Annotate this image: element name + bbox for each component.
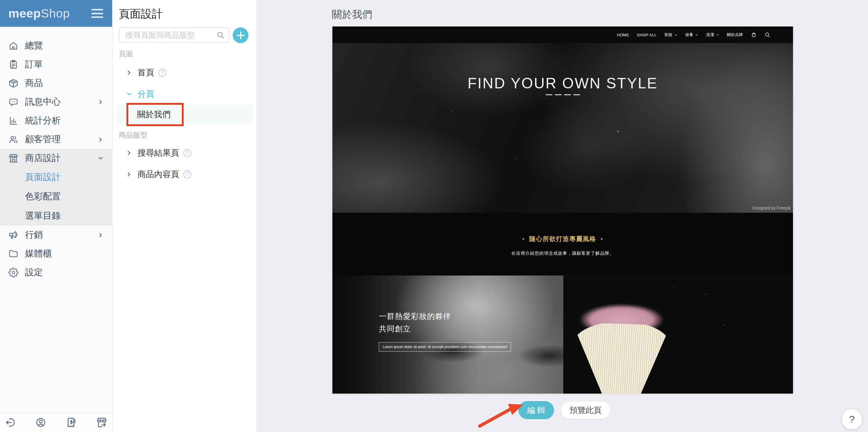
preview-nav-cleansing[interactable]: 清潔 bbox=[706, 32, 719, 37]
chat-bubble-icon bbox=[8, 97, 19, 107]
chevron-down-icon[interactable] bbox=[126, 91, 132, 97]
chevron-right-icon[interactable] bbox=[126, 150, 132, 156]
preview-nav-makeup[interactable]: 彩妝 bbox=[664, 32, 678, 37]
cart-bag-icon[interactable] bbox=[751, 32, 757, 38]
tree-item-search-results-page[interactable]: 搜尋結果頁 ? bbox=[113, 146, 256, 159]
sidebar-item-analytics[interactable]: 統計分析 bbox=[0, 111, 112, 130]
logout-icon[interactable] bbox=[5, 417, 16, 428]
preview-hero-image: FIND YOUR OWN STYLE Designed by Freepik bbox=[332, 43, 793, 213]
sidebar-item-label: 訊息中心 bbox=[25, 96, 61, 108]
chevron-right-icon bbox=[97, 99, 104, 105]
add-page-button[interactable] bbox=[233, 27, 248, 43]
sidebar-header: meepShop bbox=[0, 0, 112, 27]
sidebar-item-store-design[interactable]: 商店設計 bbox=[0, 149, 112, 167]
sidebar-item-label: 訂單 bbox=[25, 58, 43, 70]
logo-bold: meep bbox=[8, 6, 41, 20]
help-circle-icon[interactable]: ? bbox=[183, 171, 191, 179]
chevron-right-icon bbox=[97, 136, 104, 143]
sidebar-item-overview[interactable]: 總覽 bbox=[0, 36, 112, 55]
nav-label: 彩妝 bbox=[664, 32, 673, 37]
photo-caption-line2: 共同創立 bbox=[379, 322, 451, 335]
storefront-icon bbox=[8, 153, 19, 163]
sidebar-subitem-color-scheme[interactable]: 色彩配置 bbox=[0, 187, 112, 206]
tree-item-about-us[interactable]: 關於我們 bbox=[117, 105, 253, 124]
chevron-right-icon[interactable] bbox=[126, 172, 132, 177]
nav-dropdown-caret-icon bbox=[695, 33, 699, 37]
photo-caption: 一群熱愛彩妝的夥伴 共同創立 bbox=[379, 310, 451, 335]
sidebar: meepShop 總覽 訂單 商品 訊息中心 統計分析 顧客管理 bbox=[0, 0, 113, 432]
page-preview: HOME SHOP ALL 彩妝 保養 清潔 關於品牌 FIND YOUR OW… bbox=[332, 27, 793, 394]
preview-intro-band: ✦隨心所欲打造專屬風格✦ 在這裡介紹您的理念或故事，讓顧客更了解品牌。 bbox=[332, 213, 793, 276]
sidebar-item-customers[interactable]: 顧客管理 bbox=[0, 130, 112, 149]
hamburger-menu-icon[interactable] bbox=[91, 9, 103, 18]
search-input[interactable] bbox=[125, 30, 216, 40]
photo-caption-line1: 一群熱愛彩妝的夥伴 bbox=[379, 310, 451, 322]
sidebar-subitem-menu-catalog[interactable]: 選單目錄 bbox=[0, 206, 112, 225]
section-label-pages: 頁面 bbox=[119, 49, 133, 59]
chevron-down-icon bbox=[97, 155, 104, 161]
preview-photo-row: 一群熱愛彩妝的夥伴 共同創立 Lorem ipsum dolor sit ame… bbox=[332, 276, 793, 394]
page-design-panel: 頁面設計 頁面 首頁 ? 分頁 關於我們 商品版型 搜尋結果頁 ? 商品內容頁 … bbox=[113, 0, 257, 432]
tree-item-product-content-page[interactable]: 商品內容頁 ? bbox=[113, 168, 256, 181]
megaphone-icon bbox=[8, 230, 19, 240]
sidebar-subitem-page-design[interactable]: 頁面設計 bbox=[0, 167, 112, 187]
tree-item-subpages[interactable]: 分頁 bbox=[113, 88, 256, 100]
sidebar-item-settings[interactable]: 設定 bbox=[0, 263, 112, 282]
help-circle-icon[interactable]: ? bbox=[183, 149, 191, 157]
photo-model-face: 一群熱愛彩妝的夥伴 共同創立 Lorem ipsum dolor sit ame… bbox=[332, 276, 563, 394]
band-subtitle: 在這裡介紹您的理念或故事，讓顧客更了解品牌。 bbox=[332, 250, 793, 256]
hero-title: FIND YOUR OWN STYLE bbox=[332, 75, 793, 92]
help-button[interactable]: ? bbox=[842, 409, 862, 429]
nav-label: 保養 bbox=[685, 32, 693, 37]
billing-receipt-icon[interactable] bbox=[66, 417, 77, 428]
preview-nav-shop-all[interactable]: SHOP ALL bbox=[637, 33, 657, 37]
sidebar-item-orders[interactable]: 訂單 bbox=[0, 55, 112, 74]
preview-nav-skincare[interactable]: 保養 bbox=[685, 32, 699, 37]
preview-nav-home[interactable]: HOME bbox=[617, 33, 629, 37]
sidebar-item-label: 統計分析 bbox=[25, 115, 61, 127]
meepshop-logo: meepShop bbox=[8, 6, 70, 21]
diamond-icon: ✦ bbox=[522, 237, 525, 241]
gear-icon bbox=[8, 268, 19, 278]
home-icon bbox=[8, 41, 19, 51]
help-circle-icon[interactable]: ? bbox=[158, 69, 166, 77]
go-to-store-icon[interactable] bbox=[96, 417, 107, 428]
chevron-right-icon[interactable] bbox=[126, 70, 132, 75]
sidebar-item-label: 設定 bbox=[25, 266, 43, 278]
tree-item-label: 關於我們 bbox=[137, 109, 170, 120]
tree-item-label: 搜尋結果頁 bbox=[137, 147, 179, 159]
tree-item-label: 首頁 bbox=[137, 67, 154, 78]
hero-dash-divider bbox=[332, 94, 793, 95]
sidebar-item-products[interactable]: 商品 bbox=[0, 74, 112, 93]
sidebar-item-media-library[interactable]: 媒體櫃 bbox=[0, 244, 112, 263]
hero-credit: Designed by Freepik bbox=[752, 206, 790, 210]
sidebar-item-label: 行銷 bbox=[25, 229, 43, 241]
photo-makeup-brush bbox=[563, 276, 793, 394]
brush-bristles-shape bbox=[572, 322, 671, 394]
account-icon[interactable] bbox=[35, 417, 46, 428]
band-heading-text: 隨心所欲打造專屬風格 bbox=[529, 235, 596, 242]
diamond-icon: ✦ bbox=[600, 237, 604, 241]
sidebar-item-marketing[interactable]: 行銷 bbox=[0, 225, 112, 244]
nav-label: 清潔 bbox=[706, 32, 714, 37]
tree-item-label: 商品內容頁 bbox=[137, 169, 179, 180]
annotation-arrow bbox=[478, 402, 526, 428]
preview-nav-about-brand[interactable]: 關於品牌 bbox=[727, 32, 743, 37]
page-title: 關於我們 bbox=[332, 8, 372, 22]
search-icon[interactable] bbox=[765, 32, 770, 38]
sidebar-item-label: 媒體櫃 bbox=[25, 248, 52, 260]
band-heading: ✦隨心所欲打造專屬風格✦ bbox=[332, 213, 793, 243]
sidebar-item-label: 總覽 bbox=[25, 39, 43, 52]
tree-item-home[interactable]: 首頁 ? bbox=[113, 66, 256, 79]
sidebar-item-message-center[interactable]: 訊息中心 bbox=[0, 93, 112, 111]
clipboard-icon bbox=[8, 60, 19, 70]
edit-button[interactable]: 編 輯 bbox=[518, 401, 554, 419]
panel-title: 頁面設計 bbox=[119, 6, 163, 22]
preview-page-button[interactable]: 預覽此頁 bbox=[561, 401, 611, 419]
sidebar-item-label: 商店設計 bbox=[25, 152, 61, 164]
bar-chart-icon bbox=[8, 116, 19, 126]
folder-icon bbox=[8, 249, 19, 259]
preview-site-nav: HOME SHOP ALL 彩妝 保養 清潔 關於品牌 bbox=[332, 27, 793, 43]
section-label-product-templates: 商品版型 bbox=[119, 130, 147, 140]
nav-dropdown-caret-icon bbox=[716, 33, 719, 37]
